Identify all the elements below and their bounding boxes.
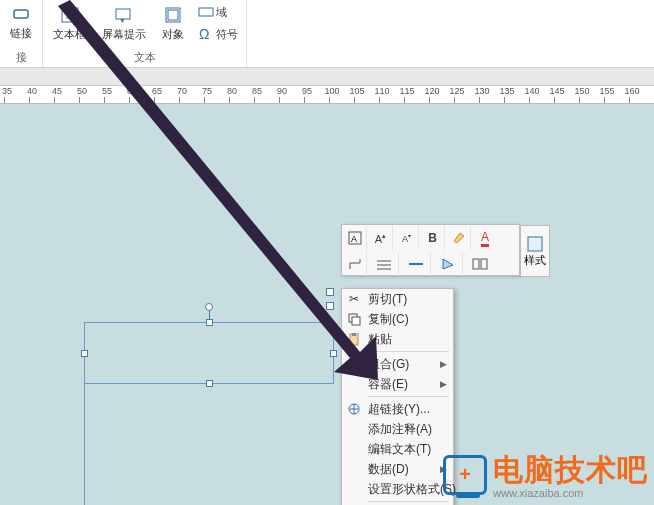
menu-format-shape[interactable]: 设置形状格式(S) (342, 479, 453, 499)
group-label-text: 文本 (134, 50, 156, 65)
svg-rect-0 (14, 10, 28, 18)
menu-container[interactable]: 容器(E) ▶ (342, 374, 453, 394)
mini-toolbar: A A▴ A▾ B A 样式 (341, 224, 520, 276)
textbox-icon: A (60, 5, 80, 25)
menu-separator (368, 501, 449, 502)
rotation-handle[interactable] (205, 303, 213, 311)
extra-handle-2[interactable] (326, 302, 334, 310)
ribbon-group-text: A 文本框 屏幕提示 对象 (43, 0, 247, 67)
link-button[interactable]: 链接 (6, 2, 36, 43)
object-button[interactable]: 对象 (158, 3, 188, 44)
svg-rect-6 (199, 8, 213, 16)
bold-button[interactable]: B (421, 226, 445, 250)
menu-data[interactable]: 数据(D) ▶ (342, 459, 453, 479)
extra-handle-1[interactable] (326, 288, 334, 296)
menu-separator (368, 396, 449, 397)
symbol-icon: Ω (198, 26, 214, 42)
font-box-button[interactable]: A (343, 226, 367, 250)
menu-edit-text[interactable]: 编辑文本(T) (342, 439, 453, 459)
link-icon (11, 4, 31, 24)
symbol-label: 符号 (216, 27, 238, 42)
menu-separator (368, 351, 449, 352)
svg-text:A: A (66, 9, 74, 21)
svg-rect-14 (352, 317, 360, 325)
screentip-label: 屏幕提示 (102, 27, 146, 42)
ribbon-toolbar: 链接 接 A 文本框 屏幕提示 对象 (0, 0, 654, 68)
object-label: 对象 (162, 27, 184, 42)
field-icon (198, 4, 214, 20)
watermark-title: 电脑技术吧 (493, 450, 648, 491)
menu-add-comment[interactable]: 添加注释(A) (342, 419, 453, 439)
ribbon-group-link: 链接 接 (0, 0, 43, 67)
ruler-horizontal: 3540455055606570758085909510010511011512… (0, 86, 654, 104)
style-side-button[interactable]: 样式 (520, 225, 550, 277)
svg-rect-10 (473, 259, 479, 269)
resize-handle-left[interactable] (81, 350, 88, 357)
svg-rect-16 (352, 333, 356, 336)
font-shrink-button[interactable]: A▾ (395, 226, 419, 250)
cut-icon: ✂ (346, 291, 362, 307)
menu-hyperlink[interactable]: 超链接(Y)... (342, 399, 453, 419)
watermark-url: www.xiazaiba.com (493, 487, 648, 499)
context-menu: ✂ 剪切(T) 复制(C) 粘贴 组合(G) ▶ 容器(E) ▶ 超链接(Y).… (341, 288, 454, 505)
line-color-button[interactable] (401, 252, 431, 276)
svg-rect-11 (481, 259, 487, 269)
group-label-link: 接 (16, 50, 27, 65)
svg-text:A: A (351, 234, 357, 244)
canvas[interactable]: A A▴ A▾ B A 样式 ✂ 剪切(T) 复制(C) (0, 104, 654, 505)
menu-group[interactable]: 组合(G) ▶ (342, 354, 453, 374)
menu-paste[interactable]: 粘贴 (342, 329, 453, 349)
font-grow-button[interactable]: A▴ (369, 226, 393, 250)
svg-rect-3 (116, 9, 130, 19)
field-label: 域 (216, 5, 227, 20)
textbox-label: 文本框 (53, 27, 86, 42)
screentip-button[interactable]: 屏幕提示 (98, 3, 150, 44)
resize-handle-right[interactable] (330, 350, 337, 357)
submenu-arrow-icon: ▶ (440, 379, 447, 389)
object-icon (163, 5, 183, 25)
symbol-button[interactable]: Ω 符号 (196, 24, 240, 44)
line-weight-button[interactable] (369, 252, 399, 276)
hyperlink-icon (346, 401, 362, 417)
connector-type-button[interactable] (343, 252, 367, 276)
align-button[interactable] (465, 252, 495, 276)
screentip-icon (114, 5, 134, 25)
svg-rect-12 (528, 237, 542, 251)
svg-rect-5 (168, 10, 178, 20)
watermark: + 电脑技术吧 www.xiazaiba.com (443, 450, 648, 499)
watermark-logo-icon: + (443, 455, 487, 495)
resize-handle-top[interactable] (206, 319, 213, 326)
copy-icon (346, 311, 362, 327)
style-label: 样式 (524, 253, 546, 268)
connector-line[interactable] (84, 384, 85, 505)
sub-bar (0, 68, 654, 86)
highlight-button[interactable] (447, 226, 471, 250)
menu-cut[interactable]: ✂ 剪切(T) (342, 289, 453, 309)
textbox-button[interactable]: A 文本框 (49, 3, 90, 44)
link-label: 链接 (10, 26, 32, 41)
field-button[interactable]: 域 (196, 2, 240, 22)
selected-shape[interactable] (84, 322, 334, 384)
fill-color-button[interactable] (433, 252, 463, 276)
resize-handle-bottom[interactable] (206, 380, 213, 387)
paste-icon (346, 331, 362, 347)
style-icon (526, 235, 544, 253)
font-color-button[interactable]: A (473, 226, 497, 250)
submenu-arrow-icon: ▶ (440, 359, 447, 369)
menu-copy[interactable]: 复制(C) (342, 309, 453, 329)
svg-text:Ω: Ω (199, 26, 209, 42)
